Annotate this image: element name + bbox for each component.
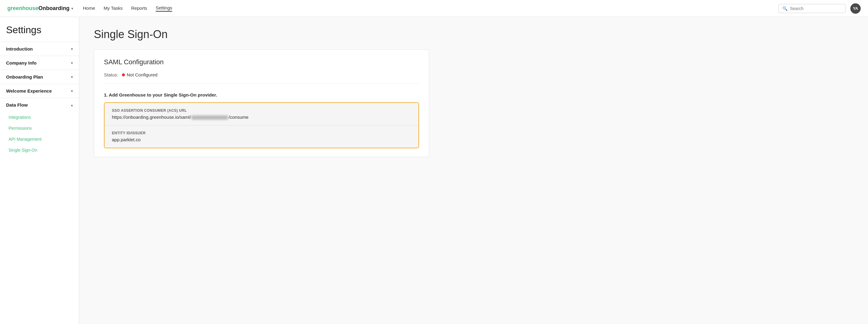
sidebar-data-flow-subitems: Integrations Permissions API Management … xyxy=(0,112,79,156)
status-row: Status: Not Configured xyxy=(104,72,419,84)
nav-right: 🔍 YA xyxy=(778,3,861,14)
search-input[interactable] xyxy=(790,6,841,11)
sidebar-subitem-single-sign-on[interactable]: Single Sign-On xyxy=(0,144,79,156)
status-value: Not Configured xyxy=(127,72,158,77)
sidebar-subitem-api-management[interactable]: API Management xyxy=(0,134,79,144)
nav-reports[interactable]: Reports xyxy=(131,5,147,11)
acs-url-blurred xyxy=(191,116,228,120)
sidebar-item-company-info-chevron: ▾ xyxy=(71,61,73,65)
logo-greenhouse: greenhouse xyxy=(7,5,38,11)
sidebar-subitem-permissions[interactable]: Permissions xyxy=(0,123,79,134)
logo-onboarding: Onboarding xyxy=(38,5,69,11)
top-navigation: greenhouse Onboarding ▾ Home My Tasks Re… xyxy=(0,0,868,17)
search-box[interactable]: 🔍 xyxy=(778,4,845,13)
sidebar-item-introduction[interactable]: Introduction ▾ xyxy=(0,42,79,56)
sidebar-page-title: Settings xyxy=(0,17,79,42)
step-title: 1. Add Greenhouse to your Single Sign-On… xyxy=(104,92,419,97)
sidebar-item-welcome-experience-chevron: ▾ xyxy=(71,89,73,93)
status-label: Status: xyxy=(104,72,118,77)
nav-settings[interactable]: Settings xyxy=(156,5,172,11)
sso-info-box: SSO Assertion Consumer (ACS) URL https:/… xyxy=(104,102,419,148)
page-heading: Single Sign-On xyxy=(94,28,854,41)
acs-url-row: SSO Assertion Consumer (ACS) URL https:/… xyxy=(104,103,418,125)
nav-my-tasks[interactable]: My Tasks xyxy=(104,5,123,11)
nav-home[interactable]: Home xyxy=(83,5,95,11)
search-icon: 🔍 xyxy=(782,6,787,11)
acs-url-label: SSO Assertion Consumer (ACS) URL xyxy=(112,108,411,113)
sidebar-item-introduction-label: Introduction xyxy=(6,46,33,52)
sidebar-item-onboarding-plan-chevron: ▾ xyxy=(71,75,73,79)
sidebar-item-company-info[interactable]: Company Info ▾ xyxy=(0,56,79,70)
entity-id-row: Entity ID/Issuer app.parklet.co xyxy=(104,125,418,148)
logo[interactable]: greenhouse Onboarding ▾ xyxy=(7,5,73,11)
sidebar-item-company-info-label: Company Info xyxy=(6,60,37,65)
sidebar-item-welcome-experience[interactable]: Welcome Experience ▾ xyxy=(0,84,79,98)
section-title: SAML Configuration xyxy=(104,58,419,66)
nav-links: Home My Tasks Reports Settings xyxy=(83,5,778,11)
sidebar-item-welcome-experience-label: Welcome Experience xyxy=(6,88,52,94)
entity-id-label: Entity ID/Issuer xyxy=(112,131,411,135)
sidebar: Settings Introduction ▾ Company Info ▾ O… xyxy=(0,17,79,324)
sidebar-item-data-flow-chevron: ▴ xyxy=(71,103,73,107)
avatar[interactable]: YA xyxy=(850,3,861,14)
saml-section-card: SAML Configuration Status: Not Configure… xyxy=(94,49,429,157)
sidebar-subitem-integrations[interactable]: Integrations xyxy=(0,112,79,123)
logo-chevron-icon: ▾ xyxy=(71,6,73,11)
acs-url-prefix: https://onboarding.greenhouse.io/saml/ xyxy=(112,115,191,120)
main-content: Single Sign-On SAML Configuration Status… xyxy=(79,17,868,324)
status-dot-icon xyxy=(122,73,125,76)
acs-url-value: https://onboarding.greenhouse.io/saml//c… xyxy=(112,115,411,120)
layout: Settings Introduction ▾ Company Info ▾ O… xyxy=(0,17,868,324)
sidebar-item-data-flow-label: Data Flow xyxy=(6,102,28,107)
sidebar-item-onboarding-plan-label: Onboarding Plan xyxy=(6,74,43,79)
entity-id-value: app.parklet.co xyxy=(112,137,411,142)
acs-url-suffix: /consume xyxy=(228,115,248,120)
sidebar-item-onboarding-plan[interactable]: Onboarding Plan ▾ xyxy=(0,70,79,84)
sidebar-item-introduction-chevron: ▾ xyxy=(71,47,73,51)
sidebar-item-data-flow[interactable]: Data Flow ▴ xyxy=(0,98,79,112)
